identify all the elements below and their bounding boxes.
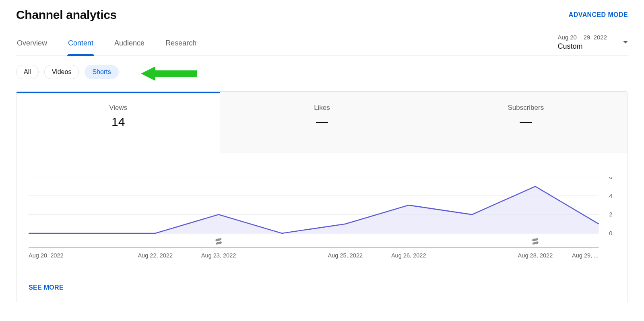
- metric-value: —: [224, 115, 419, 129]
- svg-text:0: 0: [609, 230, 612, 237]
- svg-text:4: 4: [609, 193, 612, 199]
- svg-text:Aug 29, ...: Aug 29, ...: [572, 252, 599, 259]
- shorts-marker-icon: [215, 238, 222, 245]
- svg-text:Aug 25, 2022: Aug 25, 2022: [328, 252, 363, 259]
- svg-text:Aug 28, 2022: Aug 28, 2022: [518, 252, 553, 259]
- metric-value: 14: [21, 115, 216, 129]
- svg-marker-0: [141, 66, 197, 81]
- metric-value: —: [428, 115, 623, 129]
- date-range-picker[interactable]: Aug 20 – 29, 2022 Custom: [557, 34, 628, 56]
- svg-text:2: 2: [609, 212, 612, 218]
- tab-overview[interactable]: Overview: [16, 39, 48, 56]
- filter-shorts[interactable]: Shorts: [85, 65, 118, 79]
- filter-videos[interactable]: Videos: [44, 65, 79, 79]
- svg-text:Aug 22, 2022: Aug 22, 2022: [138, 252, 173, 259]
- arrow-annotation-icon: [141, 66, 197, 82]
- svg-text:Aug 20, 2022: Aug 20, 2022: [29, 252, 64, 259]
- page-title: Channel analytics: [16, 8, 117, 22]
- metric-tab-views[interactable]: Views14: [17, 92, 220, 153]
- shorts-marker-icon: [532, 238, 539, 245]
- advanced-mode-link[interactable]: ADVANCED MODE: [569, 11, 628, 19]
- svg-text:Aug 23, 2022: Aug 23, 2022: [201, 252, 236, 259]
- chart-area: 0246Aug 20, 2022Aug 22, 2022Aug 23, 2022…: [17, 153, 627, 274]
- metric-name: Subscribers: [428, 104, 623, 112]
- svg-text:Aug 26, 2022: Aug 26, 2022: [391, 252, 426, 259]
- metric-tab-subscribers[interactable]: Subscribers—: [424, 92, 627, 153]
- date-range-text: Aug 20 – 29, 2022: [557, 34, 607, 41]
- metric-name: Views: [21, 104, 216, 112]
- see-more-link[interactable]: SEE MORE: [17, 274, 627, 302]
- filter-all[interactable]: All: [16, 65, 39, 79]
- svg-text:6: 6: [609, 177, 612, 180]
- tab-research[interactable]: Research: [165, 39, 197, 56]
- chevron-down-icon: [623, 41, 628, 43]
- tab-audience[interactable]: Audience: [114, 39, 145, 56]
- metrics-card: Views14Likes—Subscribers— 0246Aug 20, 20…: [16, 91, 628, 302]
- metric-name: Likes: [224, 104, 419, 112]
- date-range-label: Custom: [557, 42, 607, 51]
- tab-content[interactable]: Content: [67, 39, 94, 56]
- metric-tab-likes[interactable]: Likes—: [220, 92, 424, 153]
